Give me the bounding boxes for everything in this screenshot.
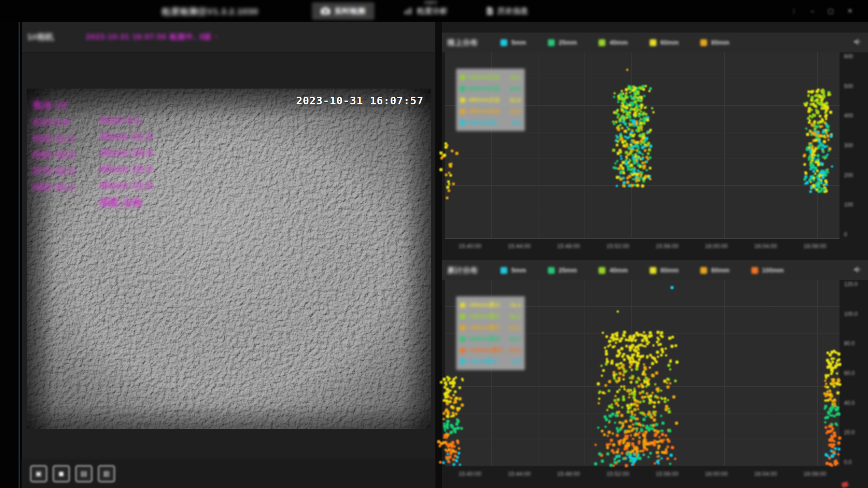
data-point <box>822 92 825 95</box>
data-point <box>655 432 658 436</box>
data-point <box>826 125 830 128</box>
legend-item-60mm[interactable]: 60mm <box>650 39 679 46</box>
data-point <box>619 428 622 431</box>
menu-icon[interactable]: ⋮ <box>791 8 797 14</box>
data-point <box>830 394 833 398</box>
legend-swatch <box>548 39 555 46</box>
data-point <box>623 388 626 390</box>
data-point <box>627 87 631 90</box>
data-point <box>617 128 620 131</box>
data-point <box>450 405 453 408</box>
camera-feed: 批次 12D10 6.8D25 11.2D50 18.6D75 30.4D90 … <box>27 89 431 429</box>
data-point <box>611 406 613 409</box>
data-point <box>665 354 667 357</box>
data-point <box>623 358 626 361</box>
data-point <box>819 95 822 98</box>
data-point <box>632 134 635 137</box>
data-point <box>656 388 659 391</box>
data-point <box>660 430 662 432</box>
chart-title: 筛上分布 <box>447 38 500 48</box>
camera-panel: 1#相机 2023-10-31 16:07:56 检测中, 3级 ↑ <box>22 22 435 488</box>
legend-label: 100mm <box>762 267 784 274</box>
data-point <box>618 167 621 170</box>
data-point <box>640 343 642 346</box>
chart-body: ≥40mm占比18.2≥25mm占比24.6≥60mm占比32.8≥80mm占比… <box>442 52 868 239</box>
data-point <box>622 184 625 187</box>
camera-toolbar: ▣◼▤▥ <box>22 459 435 488</box>
data-point <box>649 167 651 169</box>
y-tick-label: 100 <box>844 202 867 208</box>
data-point <box>640 107 642 109</box>
snapshot-button[interactable]: ▣ <box>30 465 47 482</box>
legend-item-25mm[interactable]: 25mm <box>548 267 577 274</box>
chart-sieve-distribution: 筛上分布5mm25mm40mm60mm80mm≥40mm占比18.2≥25mm占… <box>442 33 868 251</box>
maximize-icon[interactable]: ▢ <box>828 8 834 14</box>
data-point <box>455 459 457 461</box>
legend-item-80mm[interactable]: 80mm <box>700 267 729 274</box>
nav-item-3[interactable]: 历史信息 <box>477 2 537 20</box>
data-point <box>657 445 660 448</box>
minimize-icon[interactable]: – <box>811 8 814 14</box>
legend-swatch <box>599 39 605 46</box>
export-button[interactable]: ▥ <box>98 465 115 482</box>
close-icon[interactable]: ✕ <box>847 8 853 14</box>
speaker-icon[interactable] <box>854 38 862 47</box>
data-point <box>628 396 630 399</box>
record-button[interactable]: ◼ <box>53 465 70 482</box>
data-point <box>670 345 674 348</box>
overlay-line: 80mm 10.6 <box>100 180 152 191</box>
save-button[interactable]: ▤ <box>75 465 92 482</box>
data-point <box>817 160 820 163</box>
legend-item-80mm[interactable]: 80mm <box>700 39 729 46</box>
legend-item-5mm[interactable]: 5mm <box>500 267 526 274</box>
data-point <box>829 438 832 441</box>
data-point <box>635 367 638 371</box>
data-point <box>625 151 628 154</box>
data-point <box>606 358 608 360</box>
data-point <box>640 96 643 99</box>
data-point <box>656 331 660 334</box>
data-point <box>632 438 634 440</box>
data-point <box>634 340 637 342</box>
data-point <box>623 370 626 373</box>
data-point <box>805 127 807 130</box>
data-point <box>663 451 666 454</box>
data-point <box>833 432 836 435</box>
legend-swatch <box>650 39 656 46</box>
data-point <box>653 443 656 446</box>
legend-label: 60mm <box>660 267 679 274</box>
window-controls-divider <box>856 4 856 18</box>
data-point <box>446 388 449 391</box>
data-point <box>629 124 632 127</box>
data-point <box>448 461 450 463</box>
legend-item-100mm[interactable]: 100mm <box>751 267 784 274</box>
data-point <box>611 360 613 362</box>
legend-item-60mm[interactable]: 60mm <box>650 267 679 274</box>
data-point <box>448 183 450 185</box>
nav-item-1[interactable]: 实时检测 <box>312 2 374 20</box>
data-point <box>670 286 674 289</box>
legend-item-40mm[interactable]: 40mm <box>599 39 627 46</box>
nav-item-2[interactable]: 粒度分析分析中 <box>395 2 457 20</box>
data-point <box>632 354 634 356</box>
legend-item-25mm[interactable]: 25mm <box>548 39 577 46</box>
data-point <box>651 392 654 394</box>
data-point <box>445 456 448 459</box>
data-point <box>447 453 449 455</box>
speaker-icon[interactable] <box>854 266 862 275</box>
data-point <box>816 154 820 157</box>
data-point <box>648 90 651 92</box>
legend-item-5mm[interactable]: 5mm <box>500 39 526 46</box>
legend-item-40mm[interactable]: 40mm <box>599 267 627 274</box>
data-point <box>442 461 445 464</box>
data-point <box>655 423 658 426</box>
data-point <box>605 418 608 421</box>
data-point <box>656 441 659 443</box>
y-tick-label: 0 <box>844 231 867 238</box>
data-point <box>635 332 638 335</box>
data-point <box>829 390 831 393</box>
data-point <box>618 411 620 413</box>
data-point <box>617 310 619 313</box>
data-point <box>643 177 646 179</box>
data-point <box>615 363 618 366</box>
